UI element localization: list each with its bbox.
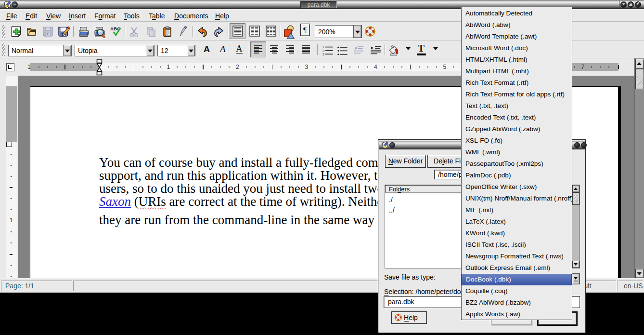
svg-text:2: 2 <box>322 49 324 53</box>
svg-text:3: 3 <box>322 53 324 56</box>
svg-text:1: 1 <box>322 45 324 49</box>
